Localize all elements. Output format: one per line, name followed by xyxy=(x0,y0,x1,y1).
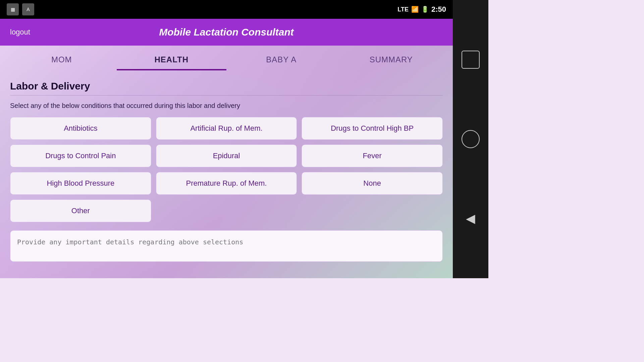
condition-none[interactable]: None xyxy=(302,172,443,195)
app-title: Mobile Lactation Consultant xyxy=(159,26,294,38)
tab-health[interactable]: HEALTH xyxy=(117,49,227,70)
condition-artificial-rup[interactable]: Artificial Rup. of Mem. xyxy=(156,117,297,140)
condition-drugs-pain[interactable]: Drugs to Control Pain xyxy=(10,144,151,167)
app-icon-a: A xyxy=(22,3,34,15)
section-title: Labor & Delivery xyxy=(10,80,443,96)
condition-other[interactable]: Other xyxy=(10,199,151,222)
app-icon-grid: ▦ xyxy=(7,3,19,15)
section-description: Select any of the below conditions that … xyxy=(10,101,443,110)
logout-button[interactable]: logout xyxy=(10,28,30,37)
condition-fever[interactable]: Fever xyxy=(302,144,443,167)
tab-baby-a[interactable]: BABY A xyxy=(226,49,336,70)
conditions-grid: Antibiotics Artificial Rup. of Mem. Drug… xyxy=(10,117,443,222)
tab-bar: MOM HEALTH BABY A SUMMARY xyxy=(0,49,453,70)
condition-drugs-high-bp[interactable]: Drugs to Control High BP xyxy=(302,117,443,140)
condition-epidural[interactable]: Epidural xyxy=(156,144,297,167)
tab-summary[interactable]: SUMMARY xyxy=(336,49,446,70)
status-bar: ▦ A LTE 📶 🔋 2:50 xyxy=(0,0,453,19)
condition-premature-rup[interactable]: Premature Rup. of Mem. xyxy=(156,172,297,195)
details-input[interactable] xyxy=(10,230,443,262)
android-nav-bar: ◀ xyxy=(453,0,488,278)
content-area: MOM HEALTH BABY A SUMMARY Labor & Delive… xyxy=(0,46,453,278)
header: logout Mobile Lactation Consultant xyxy=(0,19,453,46)
status-time: 2:50 xyxy=(431,5,446,14)
back-button[interactable]: ◀ xyxy=(462,209,480,228)
home-button[interactable] xyxy=(462,130,480,148)
tab-mom[interactable]: MOM xyxy=(7,49,117,70)
condition-antibiotics[interactable]: Antibiotics xyxy=(10,117,151,140)
condition-high-blood-pressure[interactable]: High Blood Pressure xyxy=(10,172,151,195)
main-content: Labor & Delivery Select any of the below… xyxy=(0,70,453,278)
lte-icon: LTE xyxy=(397,6,409,13)
signal-icon: 📶 xyxy=(411,6,419,13)
recent-apps-button[interactable] xyxy=(462,51,480,69)
battery-icon: 🔋 xyxy=(421,6,429,13)
